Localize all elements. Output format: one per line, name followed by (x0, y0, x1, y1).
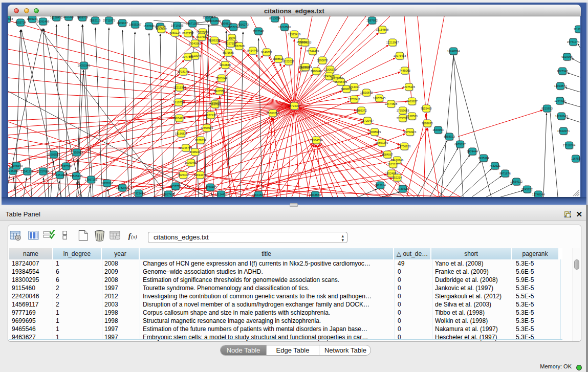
svg-text:16671355: 16671355 (186, 22, 199, 25)
svg-text:9474444: 9474444 (467, 150, 477, 153)
svg-text:12505135: 12505135 (70, 174, 82, 178)
svg-text:22744459: 22744459 (307, 50, 319, 53)
svg-text:9242848: 9242848 (220, 63, 230, 67)
svg-text:12093872: 12093872 (554, 84, 567, 87)
svg-text:18724007: 18724007 (288, 104, 300, 107)
svg-text:15692971: 15692971 (557, 129, 570, 133)
svg-text:7625402: 7625402 (178, 173, 188, 177)
svg-text:12213389: 12213389 (173, 86, 186, 89)
svg-text:252214: 252214 (393, 176, 402, 179)
svg-text:2087682: 2087682 (366, 19, 377, 22)
svg-text:1588520: 1588520 (273, 57, 284, 60)
svg-text:1999828: 1999828 (221, 22, 231, 25)
svg-text:12975115: 12975115 (403, 85, 415, 89)
svg-text:16648784: 16648784 (447, 50, 460, 53)
svg-text:116753: 116753 (571, 157, 580, 160)
svg-text:10543362: 10543362 (189, 42, 201, 45)
svg-text:9463627: 9463627 (406, 100, 417, 103)
svg-text:2718170: 2718170 (178, 70, 188, 73)
svg-text:3333883: 3333883 (310, 193, 320, 196)
svg-text:8186328: 8186328 (209, 39, 220, 42)
svg-text:10228452: 10228452 (50, 16, 62, 19)
svg-text:3395870: 3395870 (317, 59, 328, 62)
svg-text:9084067: 9084067 (382, 153, 393, 156)
svg-text:8471676: 8471676 (499, 172, 510, 175)
svg-text:7163822: 7163822 (156, 28, 166, 31)
svg-text:17359928: 17359928 (71, 151, 83, 154)
svg-text:9699695: 9699695 (422, 122, 432, 125)
svg-text:9245652: 9245652 (521, 188, 532, 191)
svg-text:16033809: 16033809 (208, 19, 221, 23)
svg-text:9227342: 9227342 (557, 70, 568, 73)
svg-text:8990448: 8990448 (311, 70, 321, 73)
svg-text:8215953: 8215953 (541, 107, 552, 110)
svg-text:9657771: 9657771 (170, 185, 181, 188)
svg-text:16210643: 16210643 (555, 115, 568, 118)
svg-text:9115460: 9115460 (421, 107, 431, 110)
svg-text:16154808: 16154808 (376, 28, 388, 31)
svg-text:5682115: 5682115 (90, 19, 100, 22)
svg-text:2935114: 2935114 (478, 157, 489, 160)
svg-text:19384554: 19384554 (310, 139, 322, 142)
svg-text:4245263: 4245263 (8, 169, 18, 172)
svg-text:8498222: 8498222 (189, 150, 200, 154)
svg-text:20091406: 20091406 (37, 20, 49, 23)
svg-text:15720407: 15720407 (361, 119, 374, 122)
svg-text:10719155: 10719155 (171, 24, 183, 27)
svg-text:16046756: 16046756 (180, 146, 192, 149)
svg-text:19754923: 19754923 (404, 130, 416, 134)
svg-text:25997682: 25997682 (209, 103, 221, 106)
svg-text:8267130: 8267130 (205, 114, 216, 117)
svg-text:22053595: 22053595 (397, 117, 409, 120)
svg-text:8322037: 8322037 (283, 60, 294, 63)
svg-text:11923446: 11923446 (133, 192, 145, 195)
svg-text:9397586: 9397586 (60, 165, 71, 168)
svg-text:1839221: 1839221 (27, 17, 37, 20)
svg-text:22306335: 22306335 (324, 68, 336, 71)
svg-text:1733426: 1733426 (397, 187, 408, 190)
svg-text:18922760: 18922760 (331, 77, 343, 80)
svg-text:8912954: 8912954 (182, 32, 193, 35)
svg-text:(x): (x) (131, 234, 137, 240)
svg-text:20053346: 20053346 (78, 64, 90, 67)
svg-text:1615132: 1615132 (387, 163, 398, 166)
svg-text:7632621: 7632621 (489, 164, 500, 167)
svg-text:13325419: 13325419 (288, 33, 300, 36)
svg-text:25300253: 25300253 (267, 112, 279, 115)
svg-text:13134457: 13134457 (215, 193, 227, 196)
svg-text:8489709: 8489709 (77, 16, 88, 19)
svg-text:7386372: 7386372 (356, 109, 366, 112)
svg-text:13748244: 13748244 (532, 193, 545, 196)
svg-text:13226058: 13226058 (197, 31, 209, 34)
svg-text:19756928: 19756928 (398, 145, 410, 148)
svg-text:9327509: 9327509 (196, 35, 207, 38)
svg-text:2803144: 2803144 (216, 77, 227, 80)
svg-text:19218506: 19218506 (278, 26, 291, 29)
svg-text:1610755: 1610755 (173, 101, 184, 104)
svg-text:1145194: 1145194 (54, 173, 65, 177)
svg-text:10655267: 10655267 (129, 23, 141, 26)
svg-text:19166827: 19166827 (175, 132, 187, 135)
svg-text:17016504: 17016504 (563, 144, 575, 147)
svg-text:16524851: 16524851 (385, 172, 398, 175)
svg-text:13732411: 13732411 (348, 98, 360, 101)
svg-text:1112954: 1112954 (574, 28, 580, 31)
svg-text:1413614: 1413614 (375, 184, 385, 187)
svg-text:19654923: 19654923 (173, 117, 185, 120)
svg-text:8427552: 8427552 (214, 90, 225, 93)
svg-text:22474828: 22474828 (385, 102, 397, 105)
svg-text:23936053: 23936053 (299, 41, 311, 44)
svg-text:9329966: 9329966 (561, 55, 572, 58)
svg-text:8960124: 8960124 (169, 31, 180, 34)
svg-text:2077105: 2077105 (182, 55, 193, 58)
svg-text:17559643: 17559643 (397, 109, 409, 112)
svg-text:2867608: 2867608 (233, 45, 244, 48)
svg-text:10688609: 10688609 (368, 130, 381, 134)
svg-text:8813054: 8813054 (269, 17, 280, 20)
svg-text:1546: 1546 (229, 36, 235, 39)
svg-text:8675685: 8675685 (223, 51, 233, 54)
svg-text:10958117: 10958117 (101, 182, 113, 185)
svg-text:6482877: 6482877 (341, 87, 352, 91)
svg-text:15157347: 15157347 (203, 16, 215, 19)
svg-text:8454749: 8454749 (247, 49, 258, 52)
